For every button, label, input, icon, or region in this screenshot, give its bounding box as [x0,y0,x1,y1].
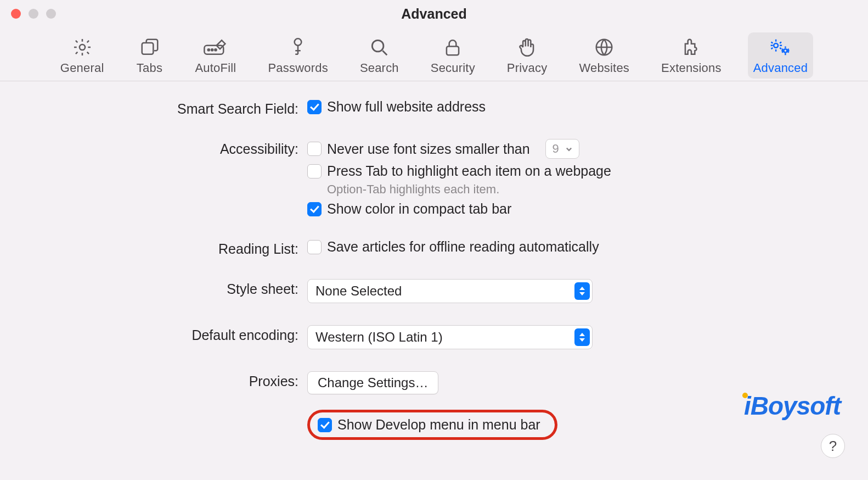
default-encoding-value: Western (ISO Latin 1) [315,330,443,345]
show-color-label: Show color in compact tab bar [327,201,511,217]
tab-tabs[interactable]: Tabs [131,32,169,79]
tab-label: Search [360,61,399,75]
press-tab-checkbox[interactable] [307,164,322,178]
tab-label: Security [431,61,475,75]
key-icon [288,37,308,58]
tab-privacy[interactable]: Privacy [501,32,553,79]
globe-icon [594,37,615,58]
maximize-button[interactable] [46,9,56,19]
tab-websites[interactable]: Websites [573,32,635,79]
svg-point-4 [211,49,213,51]
save-offline-label: Save articles for offline reading automa… [327,239,599,255]
svg-rect-1 [142,43,153,54]
tab-general[interactable]: General [55,32,110,79]
show-color-checkbox[interactable] [307,202,322,216]
svg-rect-8 [447,46,459,55]
svg-point-10 [774,43,779,47]
annotation-highlight: Show Develop menu in menu bar [307,410,557,440]
show-full-address-checkbox[interactable] [307,100,322,114]
never-font-smaller-label: Never use font sizes smaller than [327,141,530,157]
tab-label: AutoFill [195,61,236,75]
gears-icon [768,37,792,58]
tab-label: Passwords [268,61,328,75]
tab-label: Privacy [507,61,548,75]
save-offline-checkbox[interactable] [307,240,322,254]
show-full-address-label: Show full website address [327,99,486,115]
proxies-label: Proxies: [0,371,307,389]
window-controls [11,9,56,19]
font-size-value: 9 [553,142,559,156]
watermark-logo: iBoysoft [739,391,841,421]
reading-list-label: Reading List: [0,239,307,257]
tab-extensions[interactable]: Extensions [656,32,727,79]
svg-point-3 [208,49,210,51]
svg-point-11 [784,49,787,52]
svg-point-7 [373,40,384,52]
font-size-select[interactable]: 9 [545,139,579,159]
updown-arrows-icon [574,282,590,300]
show-develop-checkbox[interactable] [318,418,332,432]
preferences-toolbar: General Tabs AutoFill Passwords Search S… [0,27,868,81]
updown-arrows-icon [574,328,590,346]
tab-search[interactable]: Search [354,32,404,79]
svg-point-0 [80,44,85,49]
svg-point-5 [215,49,216,51]
hand-icon [517,37,538,58]
search-icon [369,37,390,58]
change-settings-button[interactable]: Change Settings… [307,371,438,394]
puzzle-icon [681,37,702,58]
style-sheet-label: Style sheet: [0,279,307,297]
never-font-smaller-checkbox[interactable] [307,142,322,156]
gear-icon [72,37,93,58]
default-encoding-popup[interactable]: Western (ISO Latin 1) [307,325,593,349]
titlebar: Advanced [0,0,868,27]
help-button[interactable]: ? [821,434,845,458]
tab-advanced[interactable]: Advanced [748,32,813,79]
pencil-field-icon [202,37,229,58]
tab-label: Tabs [137,61,162,75]
option-tab-hint: Option-Tab highlights each item. [327,182,611,197]
accessibility-label: Accessibility: [0,139,307,157]
svg-point-6 [295,38,302,46]
default-encoding-label: Default encoding: [0,325,307,343]
content-area: Smart Search Field: Show full website ad… [0,81,868,440]
chevron-down-icon [563,143,574,154]
window-title: Advanced [401,6,466,22]
tab-label: Advanced [753,61,808,75]
show-develop-label: Show Develop menu in menu bar [337,417,540,433]
tab-label: General [60,61,104,75]
tab-label: Extensions [661,61,722,75]
smart-search-label: Smart Search Field: [0,99,307,117]
style-sheet-popup[interactable]: None Selected [307,279,593,303]
tab-autofill[interactable]: AutoFill [190,32,242,79]
minimize-button[interactable] [29,9,38,19]
change-settings-label: Change Settings… [318,375,428,390]
press-tab-label: Press Tab to highlight each item on a we… [327,163,611,179]
tab-passwords[interactable]: Passwords [262,32,333,79]
style-sheet-value: None Selected [315,283,402,299]
close-button[interactable] [11,9,21,19]
tabs-icon [139,37,160,58]
tab-security[interactable]: Security [425,32,481,79]
help-icon: ? [829,438,837,455]
lock-icon [442,37,463,58]
tab-label: Websites [579,61,629,75]
